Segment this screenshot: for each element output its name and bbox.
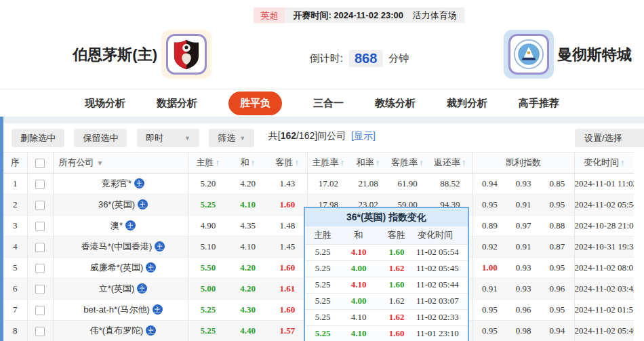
- odds-cell[interactable]: 4.90: [188, 216, 228, 237]
- home-team-name: 伯恩茅斯(主): [7, 45, 157, 65]
- odds-cell[interactable]: 4.30: [228, 300, 268, 321]
- tab-5[interactable]: 裁判分析: [447, 97, 487, 110]
- odds-cell[interactable]: 1.60: [268, 195, 307, 216]
- keep-selected-button[interactable]: 保留选中: [74, 129, 127, 147]
- home-indicator-icon: 主: [137, 283, 147, 294]
- delete-selected-button[interactable]: 删除选中: [12, 129, 64, 147]
- row-number: 5: [3, 258, 27, 279]
- away-team-badge: [504, 30, 554, 79]
- col-change-time[interactable]: 变化时间↑: [574, 153, 634, 174]
- kelly-cell: 0.96: [540, 279, 574, 300]
- col-kelly: 凯利指数: [472, 153, 574, 174]
- change-time-cell: 2024-11-02 01:51: [574, 300, 634, 321]
- row-number: 8: [3, 321, 27, 341]
- popup-odds-cell: 5.25: [305, 293, 340, 309]
- odds-cell[interactable]: 4.35: [228, 216, 268, 237]
- tab-6[interactable]: 高手推荐: [519, 97, 559, 110]
- row-checkbox[interactable]: [35, 264, 45, 273]
- background-band: [0, 117, 644, 123]
- popup-row: 5.254.001.6211-02 05:45: [305, 260, 468, 277]
- odds-cell[interactable]: 4.40: [228, 321, 268, 341]
- company-name[interactable]: 威廉希*(英国): [90, 262, 144, 273]
- home-indicator-icon: 主: [153, 304, 163, 315]
- countdown-unit: 分钟: [388, 52, 409, 65]
- row-checkbox[interactable]: [35, 222, 45, 231]
- tab-2[interactable]: 胜平负: [228, 92, 282, 115]
- odds-cell[interactable]: 1.43: [268, 174, 307, 195]
- popup-row: 5.254.101.6211-02 02:33: [305, 309, 468, 325]
- tab-3[interactable]: 三合一: [313, 97, 344, 110]
- company-name[interactable]: 立*(英国): [99, 283, 135, 294]
- odds-cell[interactable]: 5.25: [188, 321, 228, 341]
- col-draw-odds[interactable]: 和↑: [228, 153, 268, 174]
- company-count: 共[162/162]间公司 [显示]: [268, 130, 376, 142]
- venue: 活力体育场: [413, 10, 457, 20]
- away-team-name: 曼彻斯特城: [557, 45, 632, 65]
- tab-0[interactable]: 现场分析: [85, 97, 125, 110]
- filter-dropdown[interactable]: 筛选 ▼: [209, 129, 254, 147]
- kelly-cell: 0.91: [506, 195, 540, 216]
- kelly-cell: 0.93: [506, 279, 540, 300]
- home-indicator-icon: 主: [155, 241, 165, 252]
- popup-odds-cell: 1.62: [377, 293, 416, 309]
- odds-cell[interactable]: 5.50: [188, 258, 228, 279]
- odds-cell[interactable]: 4.10: [228, 237, 268, 258]
- col-away-odds[interactable]: 客胜↑: [268, 153, 307, 174]
- odds-cell[interactable]: 4.20: [228, 258, 268, 279]
- company-name[interactable]: 竞彩官*: [102, 178, 132, 188]
- kelly-cell: 0.87: [540, 237, 574, 258]
- popup-time-cell: 11-02 03:07: [416, 293, 468, 309]
- tab-1[interactable]: 数据分析: [157, 97, 197, 110]
- league-tag: 英超: [254, 7, 285, 23]
- col-home-odds[interactable]: 主胜↑: [188, 153, 228, 174]
- kelly-cell: 0.98: [506, 321, 540, 341]
- row-checkbox[interactable]: [35, 180, 45, 189]
- show-link[interactable]: [显示]: [351, 130, 376, 141]
- company-name[interactable]: 澳*: [110, 220, 123, 230]
- col-select: [27, 153, 53, 174]
- odds-cell[interactable]: 1.45: [268, 237, 307, 258]
- odds-cell[interactable]: 5.00: [188, 279, 228, 300]
- odds-cell[interactable]: 5.20: [188, 174, 228, 195]
- popup-col-time: 变化时间: [416, 226, 468, 244]
- odds-cell[interactable]: 1.60: [268, 258, 307, 279]
- odds-cell[interactable]: 5.10: [188, 237, 228, 258]
- company-name[interactable]: 香港马*(中国香港): [81, 241, 153, 252]
- odds-cell[interactable]: 4.20: [228, 174, 268, 195]
- kelly-cell: 0.95: [540, 258, 574, 279]
- odds-cell[interactable]: 4.10: [228, 195, 268, 216]
- odds-cell[interactable]: 1.60: [268, 300, 307, 321]
- popup-header-row: 主胜 和 客胜 变化时间: [305, 226, 468, 244]
- col-draw-rate[interactable]: 和率↑: [349, 153, 387, 174]
- company-name[interactable]: 伟*(直布罗陀): [90, 325, 144, 336]
- odds-cell[interactable]: 1.61: [268, 279, 307, 300]
- kelly-cell: 0.91: [506, 237, 540, 258]
- row-checkbox[interactable]: [35, 285, 45, 294]
- kelly-cell: 0.93: [506, 258, 540, 279]
- table-header-row: 序 所有公司▼ 主胜↑ 和↑ 客胜↑ 主胜率↑ 和率↑ 客胜率↑ 返还率↑ 凯利…: [3, 153, 634, 174]
- countdown-label: 倒计时:: [310, 52, 343, 65]
- company-name[interactable]: 36*(英国): [98, 199, 135, 209]
- kelly-cell: 0.94: [540, 321, 574, 341]
- settings-button[interactable]: 设置/选择: [575, 129, 644, 147]
- col-home-rate[interactable]: 主胜率↑: [307, 153, 349, 174]
- odds-cell[interactable]: 4.20: [228, 279, 268, 300]
- time-filter-dropdown[interactable]: 即时 ▼: [137, 129, 199, 147]
- col-company[interactable]: 所有公司▼: [53, 153, 188, 174]
- row-checkbox[interactable]: [35, 306, 45, 315]
- popup-time-cell: 11-02 05:54: [416, 244, 468, 260]
- col-away-rate[interactable]: 客胜率↑: [387, 153, 428, 174]
- odds-cell[interactable]: 5.25: [188, 195, 228, 216]
- kelly-cell: 0.96: [506, 300, 540, 321]
- row-checkbox[interactable]: [35, 243, 45, 252]
- col-return-rate[interactable]: 返还率↑: [428, 153, 472, 174]
- tab-4[interactable]: 教练分析: [375, 97, 416, 110]
- row-checkbox[interactable]: [35, 201, 45, 210]
- home-indicator-icon: 主: [146, 262, 156, 273]
- company-name[interactable]: bet-at-h*(马尔他): [83, 304, 150, 315]
- odds-cell[interactable]: 1.48: [268, 216, 307, 237]
- row-checkbox[interactable]: [35, 327, 45, 336]
- odds-cell[interactable]: 1.57: [268, 321, 307, 341]
- select-all-checkbox[interactable]: [35, 159, 45, 168]
- odds-cell[interactable]: 5.25: [188, 300, 228, 321]
